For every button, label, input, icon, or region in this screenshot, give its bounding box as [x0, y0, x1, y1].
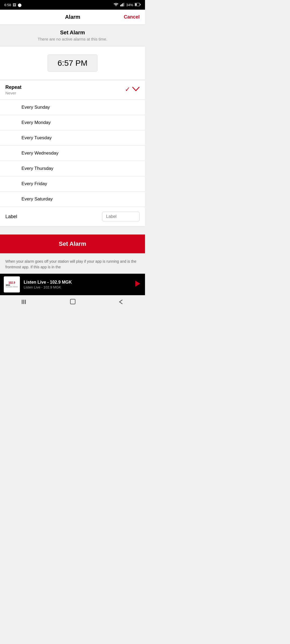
station-logo: 102.9 MGK CLASSIC ROCK — [4, 276, 20, 292]
day-option-5[interactable]: Every Friday — [0, 176, 145, 192]
android-menu-button[interactable] — [21, 299, 28, 306]
svg-marker-7 — [135, 281, 140, 287]
now-playing-info: Listen Live - 102.9 MGK Listen Live - 10… — [24, 280, 129, 289]
svg-rect-3 — [124, 3, 124, 6]
station-subtitle: CLASSIC ROCK — [6, 286, 18, 288]
set-alarm-button[interactable]: Set Alarm — [0, 235, 145, 253]
now-playing-bar[interactable]: 102.9 MGK CLASSIC ROCK Listen Live - 102… — [0, 274, 145, 295]
repeat-header: Repeat Never ✓ — [5, 85, 140, 95]
station-name: 102.9 — [6, 281, 18, 284]
svg-rect-1 — [121, 4, 122, 6]
day-option-3[interactable]: Every Wednesday — [0, 146, 145, 161]
nav-title: Alarm — [65, 14, 80, 20]
alarm-header-subtitle: There are no active alarms at this time. — [5, 37, 140, 41]
repeat-label-group: Repeat Never — [5, 85, 21, 95]
alarm-header-section: Set Alarm There are no active alarms at … — [0, 25, 145, 46]
svg-rect-10 — [25, 300, 26, 304]
repeat-label: Repeat — [5, 85, 21, 90]
android-home-button[interactable] — [70, 299, 76, 306]
svg-rect-6 — [140, 4, 141, 5]
svg-rect-8 — [22, 300, 23, 304]
top-nav: Alarm Cancel — [0, 10, 145, 25]
time-picker[interactable]: 6:57 PM — [48, 54, 97, 72]
svg-rect-0 — [120, 5, 121, 6]
label-input[interactable] — [102, 212, 140, 221]
svg-rect-9 — [23, 300, 24, 304]
day-option-0[interactable]: Every Sunday — [0, 100, 145, 115]
day-list: Every SundayEvery MondayEvery TuesdayEve… — [0, 100, 145, 207]
wifi-icon — [113, 3, 119, 7]
photo-icon: 🖼 — [13, 3, 16, 7]
svg-rect-2 — [122, 3, 123, 6]
repeat-value: Never — [5, 91, 21, 95]
repeat-section[interactable]: Repeat Never ✓ — [0, 80, 145, 100]
info-section: When your alarm goes off your station wi… — [0, 253, 145, 274]
battery-icon — [135, 3, 141, 7]
media-icon: ⬤ — [18, 3, 22, 7]
now-playing-title: Listen Live - 102.9 MGK — [24, 280, 129, 285]
status-right: 34% — [113, 3, 141, 7]
status-time: 6:58 — [4, 3, 11, 7]
signal-icon — [120, 3, 125, 7]
gap-section — [0, 226, 145, 235]
day-option-6[interactable]: Every Saturday — [0, 192, 145, 207]
now-playing-subtitle: Listen Live - 102.9 MGK — [24, 285, 129, 289]
cancel-button[interactable]: Cancel — [124, 14, 140, 20]
chevron-down-icon[interactable]: ✓ — [125, 86, 140, 93]
label-section: Label — [0, 207, 145, 226]
day-option-4[interactable]: Every Thursday — [0, 161, 145, 176]
info-text: When your alarm goes off your station wi… — [5, 259, 136, 269]
status-bar: 6:58 🖼 ⬤ 34% — [0, 0, 145, 10]
station-tag: MGK — [6, 284, 18, 286]
svg-rect-5 — [135, 3, 137, 6]
android-nav-bar — [0, 295, 145, 309]
battery-text: 34% — [126, 3, 133, 7]
day-option-2[interactable]: Every Tuesday — [0, 130, 145, 146]
svg-rect-11 — [70, 299, 75, 304]
day-option-1[interactable]: Every Monday — [0, 115, 145, 130]
status-left: 6:58 🖼 ⬤ — [4, 3, 22, 7]
label-field-label: Label — [5, 214, 17, 219]
play-button[interactable] — [133, 280, 141, 290]
android-back-button[interactable] — [118, 299, 124, 306]
alarm-header-title: Set Alarm — [5, 30, 140, 36]
time-section[interactable]: 6:57 PM — [0, 46, 145, 80]
